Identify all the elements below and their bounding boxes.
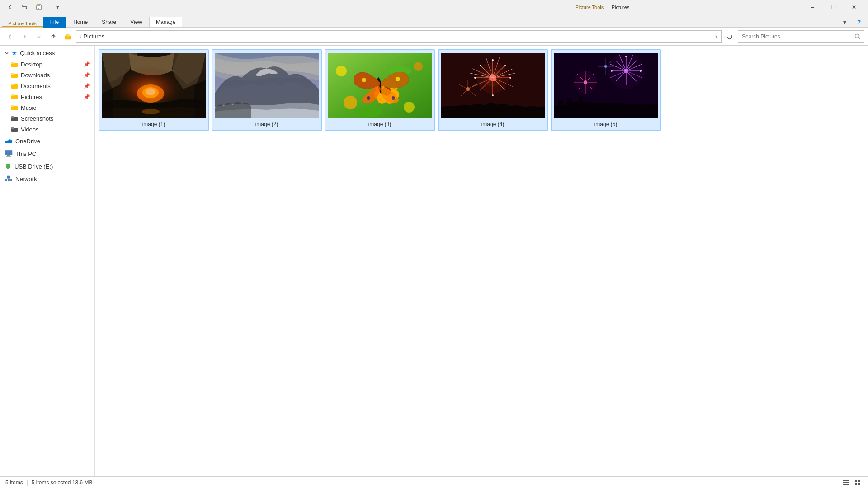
pin-icon-documents: 📌 [84, 83, 90, 89]
sidebar-item-pictures[interactable]: Pictures 📌 [0, 91, 94, 102]
tab-file[interactable]: File [43, 17, 66, 28]
address-separator-icon: › [80, 34, 81, 39]
svg-rect-12 [11, 73, 14, 75]
svg-point-45 [414, 62, 423, 71]
svg-rect-26 [6, 156, 11, 157]
sidebar-item-desktop[interactable]: Desktop 📌 [0, 59, 94, 70]
sidebar-item-music[interactable]: Music [0, 102, 94, 113]
svg-point-85 [474, 77, 476, 79]
svg-point-48 [355, 106, 382, 117]
svg-point-61 [396, 77, 400, 81]
maximize-button[interactable]: ❐ [823, 0, 844, 14]
search-box[interactable] [738, 30, 864, 43]
sidebar-item-usb[interactable]: USB Drive (E:) [0, 160, 94, 172]
sidebar-item-videos[interactable]: Videos [0, 124, 94, 135]
svg-rect-139 [858, 480, 860, 482]
svg-rect-14 [11, 84, 14, 85]
qat-properties-button[interactable] [33, 2, 45, 13]
tab-view[interactable]: View [123, 17, 149, 27]
svg-rect-23 [5, 150, 12, 155]
svg-rect-30 [5, 179, 7, 181]
svg-rect-28 [7, 168, 9, 169]
home-folder-button[interactable] [61, 30, 74, 43]
usb-icon [5, 163, 12, 170]
network-icon [5, 175, 13, 183]
details-view-button[interactable] [841, 478, 851, 488]
sidebar-item-network[interactable]: Network [0, 173, 94, 185]
sidebar-section-usb: USB Drive (E:) [0, 160, 94, 172]
svg-point-84 [492, 94, 494, 96]
address-path: Pictures [83, 33, 104, 40]
image-item-1[interactable]: image (1) [99, 49, 209, 131]
main-area: ★ Quick access Desktop 📌 Downloads 📌 [0, 46, 868, 476]
star-icon: ★ [12, 50, 17, 56]
svg-point-60 [362, 78, 366, 82]
address-bar: › Pictures ▾ [0, 28, 868, 46]
qat-dropdown-button[interactable]: ▾ [51, 2, 64, 13]
quickaccess-label: Quick access [20, 50, 55, 56]
sidebar-item-documents[interactable]: Documents 📌 [0, 80, 94, 91]
image-item-4[interactable]: image (4) [438, 49, 548, 131]
svg-rect-29 [7, 176, 10, 178]
search-icon [854, 33, 860, 39]
sidebar-item-label-documents: Documents [21, 83, 51, 89]
status-separator: | [27, 479, 28, 486]
sidebar-header-quickaccess[interactable]: ★ Quick access [0, 47, 94, 59]
search-input[interactable] [742, 33, 853, 40]
address-dropdown-icon[interactable]: ▾ [715, 34, 717, 39]
sidebar-item-label-desktop: Desktop [21, 61, 42, 68]
image-thumb-2 [215, 53, 319, 118]
sidebar-item-thispc[interactable]: This PC [0, 148, 94, 160]
image-item-3[interactable]: image (3) [325, 49, 435, 131]
tab-share[interactable]: Share [95, 17, 123, 27]
svg-rect-32 [10, 179, 12, 181]
minimize-button[interactable]: – [802, 0, 823, 14]
address-box[interactable]: › Pictures ▾ [76, 30, 722, 43]
sidebar-item-screenshots[interactable]: Screenshots [0, 113, 94, 124]
svg-rect-141 [858, 483, 860, 485]
title-bar-left: ▾ [4, 2, 403, 13]
picture-tools-context-label: Picture Tools [2, 20, 43, 27]
pin-icon-downloads: 📌 [84, 72, 90, 78]
status-item-count: 5 items [5, 479, 23, 486]
sidebar-item-label-onedrive: OneDrive [15, 138, 40, 145]
desktop-folder-icon [11, 61, 18, 68]
refresh-button[interactable] [723, 30, 736, 43]
image-thumb-3 [328, 53, 432, 118]
up-button[interactable] [47, 30, 60, 43]
svg-point-86 [509, 77, 511, 79]
svg-rect-27 [6, 164, 10, 168]
title-bar-controls: – ❐ ✕ [802, 0, 864, 14]
forward-button[interactable] [18, 30, 31, 43]
sidebar-item-downloads[interactable]: Downloads 📌 [0, 70, 94, 80]
svg-point-88 [504, 65, 506, 66]
image-item-2[interactable]: image (2) [212, 49, 322, 131]
recent-locations-button[interactable] [33, 30, 45, 43]
svg-point-44 [336, 66, 347, 76]
svg-line-34 [6, 178, 9, 179]
sidebar-item-label-music: Music [21, 104, 36, 111]
sidebar-item-label-thispc: This PC [15, 150, 36, 157]
ribbon-help-button[interactable]: ? [852, 17, 866, 27]
qat-back-button[interactable] [4, 2, 16, 13]
svg-point-62 [367, 96, 370, 100]
image-item-5[interactable]: image (5) [551, 49, 661, 131]
ribbon-collapse-button[interactable]: ▾ [837, 17, 852, 27]
content-area: image (1) [95, 46, 868, 476]
back-button[interactable] [4, 30, 16, 43]
sidebar-item-onedrive[interactable]: OneDrive [0, 136, 94, 147]
qat-undo-button[interactable] [18, 2, 31, 13]
close-button[interactable]: ✕ [844, 0, 864, 14]
tab-manage[interactable]: Manage [149, 17, 182, 27]
title-bar: ▾ Picture Tools — Pictures – ❐ ✕ [0, 0, 868, 14]
screenshots-folder-icon [11, 115, 18, 122]
title-bar-title: Picture Tools — Pictures [403, 4, 802, 10]
svg-point-83 [492, 59, 494, 61]
large-icons-view-button[interactable] [853, 478, 863, 488]
sidebar-item-label-usb: USB Drive (E:) [14, 163, 53, 170]
videos-folder-icon [11, 126, 18, 133]
tab-home[interactable]: Home [66, 17, 94, 27]
svg-rect-138 [855, 480, 857, 482]
svg-point-63 [392, 96, 395, 100]
image-thumb-5 [554, 53, 658, 118]
